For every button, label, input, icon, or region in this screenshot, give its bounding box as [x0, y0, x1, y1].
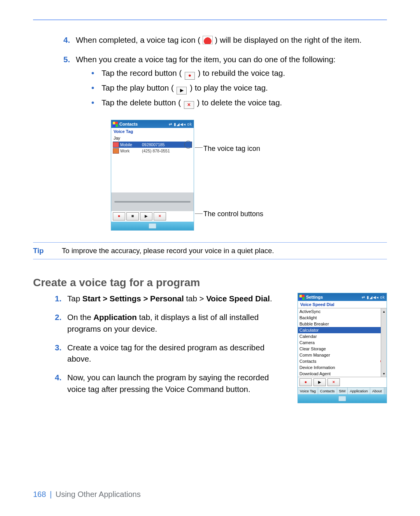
divider: |: [50, 490, 52, 499]
step-number: 4.: [63, 34, 76, 46]
bullet-play: • Tap the play button ( ) to play the vo…: [91, 82, 387, 94]
page: 4. When completed, a voice tag icon ( ) …: [0, 0, 420, 516]
tip-row: Tip To improve the accuracy, please reco…: [33, 243, 387, 259]
delete-icon: [184, 101, 194, 109]
stop-button[interactable]: [126, 212, 139, 220]
step-5: 5. When you create a voice tag for the i…: [63, 54, 387, 112]
play-button[interactable]: [140, 212, 152, 220]
text: Now, you can launch the program by sayin…: [67, 372, 287, 395]
app-row[interactable]: Camera: [298, 339, 387, 346]
subtitle: Voice Speed Dial: [298, 301, 387, 308]
app-row[interactable]: Contacts: [298, 358, 387, 364]
bullet-record: • Tap the record button ( ) to rebuild t…: [91, 67, 387, 80]
row-number: (425) 878-0551: [142, 149, 192, 153]
step-4: 4. Now, you can launch the program by sa…: [55, 372, 287, 395]
app-row[interactable]: Calendar: [298, 333, 387, 339]
bullet-dot: •: [91, 67, 102, 80]
tab[interactable]: SIM: [337, 388, 348, 394]
text: When you create a voice tag for the item…: [76, 55, 336, 64]
figure-labels: The voice tag icon The control buttons: [203, 120, 289, 229]
text: .: [270, 294, 272, 303]
record-button[interactable]: ●: [299, 378, 312, 386]
app-row[interactable]: Comm Manager: [298, 352, 387, 358]
voice-tag-indicator-circled: [184, 141, 192, 149]
scroll-spacer: [111, 192, 194, 211]
status-icons: ⇄ ▮◢◀◂ ok: [169, 122, 192, 126]
step-1: 1. Tap Start > Settings > Personal tab >…: [55, 293, 287, 304]
two-column-row: 1. Tap Start > Settings > Personal tab >…: [33, 293, 387, 403]
text: Tap the play button (: [102, 83, 174, 92]
chapter-title: Using Other Applications: [56, 490, 141, 499]
device-mock-contacts: Contacts ⇄ ▮◢◀◂ ok Voice Tag Jay Mobile …: [111, 120, 194, 231]
step-2: 2. On the Application tab, it displays a…: [55, 311, 287, 334]
keyboard-icon[interactable]: [338, 396, 346, 401]
play-button[interactable]: ▶: [313, 378, 326, 386]
tab[interactable]: Application: [348, 388, 370, 394]
tip-text: To improve the accuracy, please record y…: [62, 247, 274, 255]
tip-label: Tip: [33, 247, 62, 255]
strong: Start > Settings > Personal: [82, 294, 184, 303]
scrollbar[interactable]: [381, 308, 387, 377]
bullet-delete: • Tap the delete button ( ) to delete th…: [91, 97, 387, 109]
app-name: Bubble Breaker: [299, 321, 329, 327]
app-name: Clear Storage: [299, 346, 326, 352]
app-name: Calendar: [299, 333, 317, 339]
figure-contacts: Contacts ⇄ ▮◢◀◂ ok Voice Tag Jay Mobile …: [111, 120, 387, 231]
subtitle: Voice Tag: [111, 128, 194, 135]
delete-button[interactable]: ×: [327, 378, 340, 386]
app-row[interactable]: Backlight: [298, 315, 387, 321]
contact-row[interactable]: Mobile 0928007185: [113, 142, 192, 148]
step-4: 4. When completed, a voice tag icon ( ) …: [63, 34, 387, 46]
device-titlebar: Settings ⇄ ▮◢◀◂ ok: [298, 293, 387, 301]
windows-logo-icon: [299, 295, 304, 300]
leader-line: [195, 213, 203, 214]
app-row[interactable]: Download Agent: [298, 371, 387, 377]
app-row[interactable]: Calculator: [298, 327, 387, 333]
text: On the: [67, 313, 93, 322]
tab[interactable]: Voice Tag: [298, 388, 318, 394]
text: ) to rebuild the voice tag.: [198, 68, 285, 77]
app-name: Backlight: [299, 315, 317, 321]
delete-button[interactable]: [154, 212, 166, 220]
text: ) will be displayed on the right of the …: [215, 35, 362, 44]
app-name: ActiveSync: [299, 308, 320, 315]
app-row[interactable]: Device Information: [298, 364, 387, 371]
step-number: 1.: [55, 293, 67, 304]
app-name: Device Information: [299, 364, 335, 371]
phone-icon: [113, 142, 119, 147]
leader-line: [195, 147, 203, 148]
voice-tag-icon: [203, 36, 213, 44]
text: tab >: [184, 294, 206, 303]
tab[interactable]: About: [370, 388, 384, 394]
app-name: Comm Manager: [299, 352, 330, 358]
page-footer: 168 | Using Other Applications: [33, 490, 141, 499]
tab[interactable]: Contacts: [318, 388, 337, 394]
ordered-list-1: 4. When completed, a voice tag icon ( ) …: [63, 34, 387, 111]
device-titlebar: Contacts ⇄ ▮◢◀◂ ok: [111, 120, 194, 128]
owner-name: Jay: [111, 135, 194, 141]
windows-logo-icon: [113, 122, 118, 127]
contact-row[interactable]: Work (425) 878-0551: [113, 148, 192, 154]
text: Tap: [67, 294, 82, 303]
device-mock-settings: Settings ⇄ ▮◢◀◂ ok Voice Speed Dial Acti…: [298, 293, 387, 403]
control-buttons: ● ▶ ×: [298, 377, 387, 387]
text: Create a voice tag for the desired progr…: [67, 342, 287, 365]
row-number: 0928007185: [142, 142, 185, 147]
app-name: Download Agent: [299, 371, 331, 377]
app-row[interactable]: ActiveSync: [298, 308, 387, 315]
ordered-list-2: 1. Tap Start > Settings > Personal tab >…: [55, 293, 287, 402]
record-button[interactable]: [113, 212, 125, 220]
status-icons: ⇄ ▮◢◀◂ ok: [362, 295, 385, 299]
play-icon: [177, 87, 187, 94]
title: Contacts: [119, 122, 169, 126]
step-number: 2.: [55, 311, 67, 334]
top-rule: [33, 19, 387, 20]
app-name: Camera: [299, 339, 315, 346]
app-row[interactable]: Bubble Breaker: [298, 321, 387, 327]
row-label: Mobile: [120, 142, 142, 147]
device-footer: [298, 394, 387, 403]
step-number: 3.: [55, 342, 67, 365]
label-voice-tag-icon: The voice tag icon: [203, 144, 260, 153]
keyboard-icon[interactable]: [149, 223, 156, 229]
app-row[interactable]: Clear Storage: [298, 346, 387, 352]
